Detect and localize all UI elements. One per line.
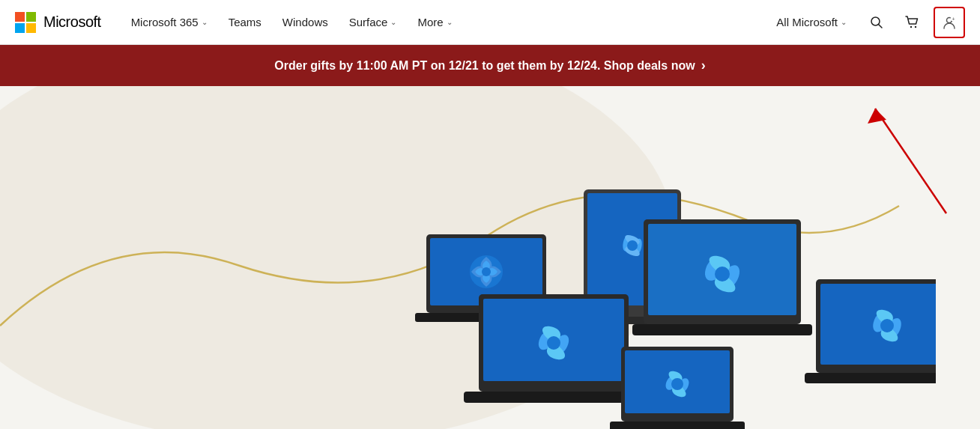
profile-button[interactable]: + xyxy=(934,7,965,38)
svg-point-3 xyxy=(915,25,916,27)
svg-rect-28 xyxy=(805,373,936,383)
svg-point-15 xyxy=(627,240,638,251)
svg-point-2 xyxy=(910,25,912,27)
promo-text: Order gifts by 11:00 AM PT on 12/21 to g… xyxy=(274,59,695,73)
cart-icon xyxy=(904,14,921,31)
chevron-down-icon: ⌄ xyxy=(447,18,453,26)
chevron-down-icon: ⌄ xyxy=(390,18,396,26)
nav-item-surface-label: Surface xyxy=(349,16,388,28)
nav-item-teams[interactable]: Teams xyxy=(220,10,270,34)
chevron-down-icon: ⌄ xyxy=(841,18,847,26)
nav-item-teams-label: Teams xyxy=(229,16,261,28)
svg-point-27 xyxy=(880,319,894,332)
microsoft-logo-icon xyxy=(15,12,36,33)
search-icon xyxy=(869,15,884,30)
hero-section xyxy=(0,86,980,429)
promo-chevron-icon: › xyxy=(701,58,706,73)
nav-items: Microsoft 365 ⌄ Teams Windows Surface ⌄ … xyxy=(122,10,768,34)
search-button[interactable] xyxy=(862,7,892,37)
promo-banner[interactable]: Order gifts by 11:00 AM PT on 12/21 to g… xyxy=(0,45,980,86)
nav-item-more-label: More xyxy=(417,16,443,28)
svg-marker-34 xyxy=(868,109,886,124)
svg-rect-24 xyxy=(632,324,812,335)
all-microsoft-button[interactable]: All Microsoft ⌄ xyxy=(767,10,856,34)
nav-right: All Microsoft ⌄ + xyxy=(767,7,965,38)
nav-item-microsoft365[interactable]: Microsoft 365 ⌄ xyxy=(122,10,217,34)
logo-text: Microsoft xyxy=(43,13,101,31)
svg-line-1 xyxy=(879,24,883,28)
logo-area[interactable]: Microsoft xyxy=(15,12,101,33)
nav-item-windows[interactable]: Windows xyxy=(273,10,337,34)
nav-item-windows-label: Windows xyxy=(282,16,328,28)
svg-point-19 xyxy=(547,336,560,350)
nav-item-more[interactable]: More ⌄ xyxy=(408,10,461,34)
svg-point-23 xyxy=(715,267,730,282)
all-microsoft-label: All Microsoft xyxy=(776,16,838,28)
svg-text:+: + xyxy=(952,16,955,21)
chevron-down-icon: ⌄ xyxy=(202,18,208,26)
user-icon: + xyxy=(941,14,958,31)
svg-point-31 xyxy=(671,378,683,390)
svg-rect-32 xyxy=(610,422,745,429)
svg-point-11 xyxy=(482,267,491,276)
navigation-bar: Microsoft Microsoft 365 ⌄ Teams Windows … xyxy=(0,0,980,45)
nav-item-microsoft365-label: Microsoft 365 xyxy=(131,16,199,28)
devices-illustration xyxy=(411,144,936,429)
cart-button[interactable] xyxy=(898,7,928,37)
nav-item-surface[interactable]: Surface ⌄ xyxy=(340,10,406,34)
svg-rect-20 xyxy=(464,392,644,403)
